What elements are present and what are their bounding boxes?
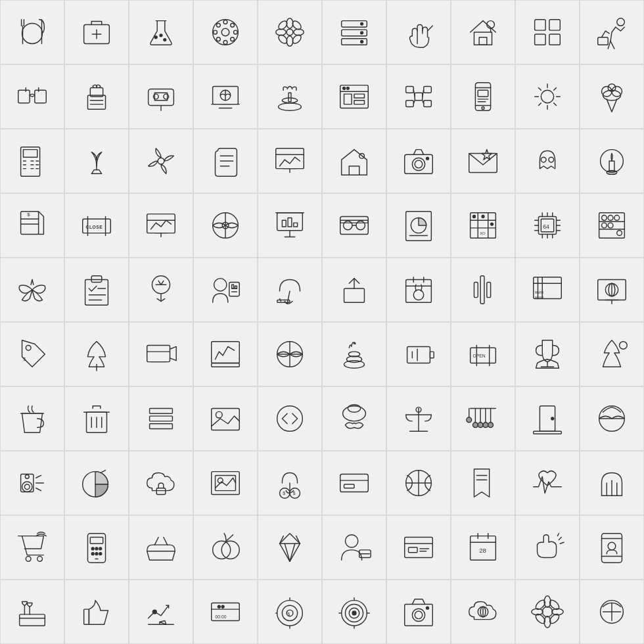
cell-10-1: [0, 580, 64, 644]
cell-5-9: WWWWWW: [515, 258, 580, 322]
svg-point-295: [488, 423, 494, 428]
svg-line-80: [413, 89, 415, 97]
svg-point-371: [608, 542, 616, 550]
svg-point-130: [541, 157, 546, 162]
cell-5-7: [386, 258, 451, 322]
svg-rect-300: [534, 431, 562, 434]
svg-rect-357: [409, 547, 418, 553]
cell-4-8: XO: [451, 193, 515, 258]
svg-point-46: [617, 18, 625, 26]
svg-text:28: 28: [479, 547, 486, 554]
cell-10-2: [64, 580, 129, 644]
svg-point-409: [534, 599, 547, 611]
svg-text:OPEN: OPEN: [473, 354, 486, 358]
cell-2-8: [451, 64, 515, 129]
cell-5-5: [258, 258, 322, 322]
svg-point-58: [164, 94, 169, 99]
svg-point-91: [541, 90, 553, 103]
svg-rect-76: [424, 87, 432, 93]
cell-9-5: [258, 515, 322, 580]
svg-text:64: 64: [543, 223, 549, 230]
svg-line-221: [280, 299, 281, 302]
cell-2-9: [515, 64, 580, 129]
svg-rect-276: [150, 416, 173, 421]
svg-point-280: [277, 406, 303, 432]
svg-point-71: [346, 87, 349, 90]
svg-rect-78: [424, 101, 432, 107]
svg-rect-162: [406, 212, 432, 241]
cell-3-3: [129, 129, 193, 193]
cell-5-1: [0, 258, 64, 322]
svg-point-352: [345, 535, 357, 547]
cell-5-8: [451, 258, 515, 322]
svg-text:$: $: [293, 491, 296, 495]
svg-line-367: [557, 534, 559, 536]
cell-9-8: 28: [451, 515, 515, 580]
cell-9-1: [0, 515, 64, 580]
svg-rect-218: [235, 286, 237, 288]
svg-point-172: [491, 223, 494, 225]
svg-rect-56: [149, 89, 174, 105]
svg-point-9: [154, 36, 157, 39]
cell-6-9: [515, 322, 580, 386]
svg-point-411: [548, 599, 561, 611]
svg-point-297: [467, 417, 472, 423]
cell-10-3: [129, 580, 193, 644]
svg-rect-42: [535, 20, 545, 30]
svg-point-12: [213, 20, 239, 45]
svg-text:$: $: [23, 357, 26, 361]
svg-rect-275: [150, 409, 173, 414]
svg-rect-314: [216, 475, 236, 490]
cell-10-8: [451, 580, 515, 644]
svg-point-17: [234, 30, 238, 34]
svg-line-209: [158, 281, 161, 285]
svg-line-366: [560, 542, 564, 543]
svg-point-410: [548, 612, 561, 625]
svg-point-337: [95, 547, 98, 550]
cell-10-10: [580, 580, 644, 644]
svg-point-305: [24, 484, 30, 490]
svg-point-16: [214, 30, 218, 34]
svg-point-171: [482, 216, 484, 218]
svg-point-11: [160, 34, 162, 37]
svg-rect-251: [212, 363, 240, 367]
cell-3-10: [580, 129, 644, 193]
svg-point-87: [482, 106, 484, 109]
svg-rect-230: [474, 282, 478, 297]
svg-rect-200: [85, 280, 108, 306]
svg-rect-201: [91, 276, 101, 283]
cell-8-4: [193, 451, 258, 515]
cell-6-5: [258, 322, 322, 386]
svg-point-412: [534, 612, 547, 625]
cell-6-7: [386, 322, 451, 386]
svg-point-392: [352, 611, 356, 615]
svg-point-404: [542, 607, 552, 616]
svg-point-35: [361, 32, 363, 34]
svg-point-19: [231, 37, 235, 41]
svg-text:$: $: [283, 491, 285, 495]
svg-rect-150: [277, 213, 303, 231]
svg-point-20: [231, 23, 235, 27]
svg-rect-88: [478, 90, 488, 97]
svg-rect-74: [354, 101, 364, 104]
svg-rect-323: [344, 484, 354, 488]
svg-point-292: [473, 423, 478, 428]
svg-point-304: [22, 482, 32, 492]
svg-rect-72: [344, 94, 352, 104]
cell-5-6: [322, 258, 386, 322]
svg-point-126: [412, 158, 425, 170]
svg-point-36: [361, 41, 363, 43]
svg-text:CLOSE: CLOSE: [86, 225, 103, 229]
svg-line-349: [290, 543, 295, 561]
svg-point-116: [158, 158, 164, 164]
cell-8-8: [451, 451, 515, 515]
cell-1-8: [451, 0, 515, 64]
cell-8-7: [386, 451, 451, 515]
cell-2-5: [258, 64, 322, 129]
svg-rect-44: [535, 34, 545, 45]
cell-7-2: [64, 386, 129, 451]
cell-2-10: [580, 64, 644, 129]
cell-7-7: [386, 386, 451, 451]
svg-rect-259: [430, 352, 434, 358]
svg-point-195: [602, 223, 607, 228]
